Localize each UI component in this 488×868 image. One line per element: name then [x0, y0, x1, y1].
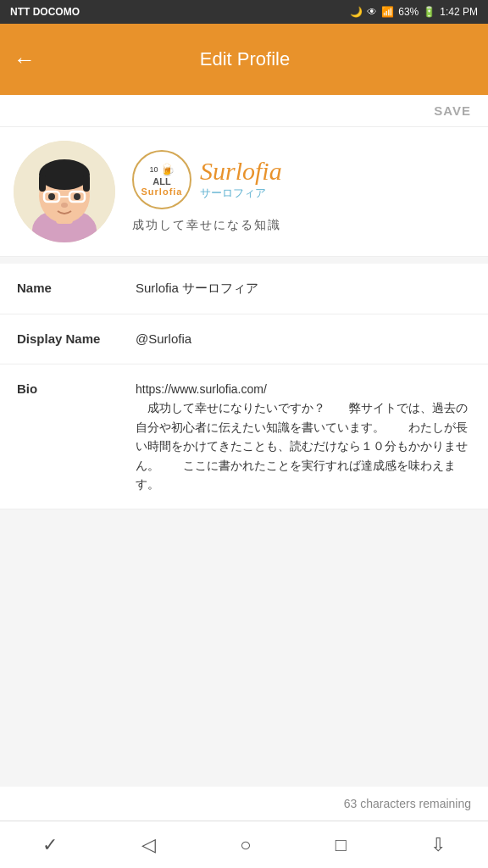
bio-row: Bio https://www.surlofia.com/ 成功して幸せになりた…	[0, 364, 488, 509]
beer-icon: 🍺	[160, 163, 175, 176]
name-row: Name Surlofia サーロフィア	[0, 264, 488, 314]
brand-tagline: 成功して幸せになる知識	[132, 218, 474, 233]
save-row: SAVE	[0, 95, 488, 127]
brand-name-area: Surlofia サーロフィア	[200, 159, 282, 201]
page-title: Edit Profile	[49, 48, 441, 70]
save-button[interactable]: SAVE	[434, 103, 471, 118]
char-remaining: 63 characters remaining	[0, 787, 488, 821]
svg-point-11	[74, 193, 80, 200]
svg-point-4	[39, 159, 90, 190]
bio-value[interactable]: https://www.surlofia.com/ 成功して幸せになりたいですか…	[136, 380, 471, 493]
profile-info: 10 🍺 ALL Surlofia Surlofia サーロフィア 成功して幸せ…	[132, 150, 474, 233]
battery-icon: 🔋	[423, 6, 435, 18]
display-name-value[interactable]: @Surlofia	[136, 330, 471, 349]
recents-nav-button[interactable]: □	[336, 834, 347, 856]
battery-label: 63%	[398, 6, 419, 18]
menu-nav-button[interactable]: ⇩	[430, 834, 446, 856]
wifi-icon: 📶	[381, 6, 394, 18]
check-nav-button[interactable]: ✓	[42, 834, 58, 856]
eye-icon: 👁	[367, 6, 377, 18]
nav-bar: ✓ ◁ ○ □ ⇩	[0, 821, 488, 868]
status-bar: NTT DOCOMO 🌙 👁 📶 63% 🔋 1:42 PM	[0, 0, 488, 24]
logo-badge: 10 🍺 ALL Surlofia	[132, 150, 191, 209]
brand-logo-area: 10 🍺 ALL Surlofia Surlofia サーロフィア	[132, 150, 474, 209]
display-name-row: Display Name @Surlofia	[0, 314, 488, 365]
brand-japanese-name: サーロフィア	[200, 186, 282, 201]
form-section: Name Surlofia サーロフィア Display Name @Surlo…	[0, 264, 488, 509]
home-nav-button[interactable]: ○	[240, 834, 251, 856]
logo-badge-bot: Surlofia	[141, 186, 183, 197]
app-bar: ← Edit Profile	[0, 24, 488, 95]
profile-header: 10 🍺 ALL Surlofia Surlofia サーロフィア 成功して幸せ…	[0, 127, 488, 257]
svg-rect-6	[83, 175, 90, 192]
back-button[interactable]: ←	[14, 47, 36, 73]
logo-number: 10	[149, 165, 158, 174]
moon-icon: 🌙	[350, 6, 363, 18]
back-nav-button[interactable]: ◁	[141, 834, 156, 856]
time-label: 1:42 PM	[440, 6, 478, 18]
avatar-illustration	[14, 141, 115, 242]
name-value[interactable]: Surlofia サーロフィア	[136, 279, 471, 298]
carrier-label: NTT DOCOMO	[10, 6, 80, 18]
svg-rect-5	[39, 175, 46, 192]
display-name-label: Display Name	[17, 330, 119, 346]
logo-badge-top: 10 🍺	[149, 163, 174, 176]
brand-script-name: Surlofia	[200, 159, 282, 184]
content-area: SAVE	[0, 95, 488, 868]
avatar-wrap[interactable]	[14, 141, 115, 242]
bio-label: Bio	[17, 380, 119, 396]
logo-badge-mid: ALL	[152, 176, 170, 186]
status-right: 🌙 👁 📶 63% 🔋 1:42 PM	[350, 6, 478, 18]
name-label: Name	[17, 279, 119, 295]
svg-point-12	[61, 203, 68, 208]
svg-point-10	[48, 193, 55, 200]
avatar	[14, 141, 115, 242]
